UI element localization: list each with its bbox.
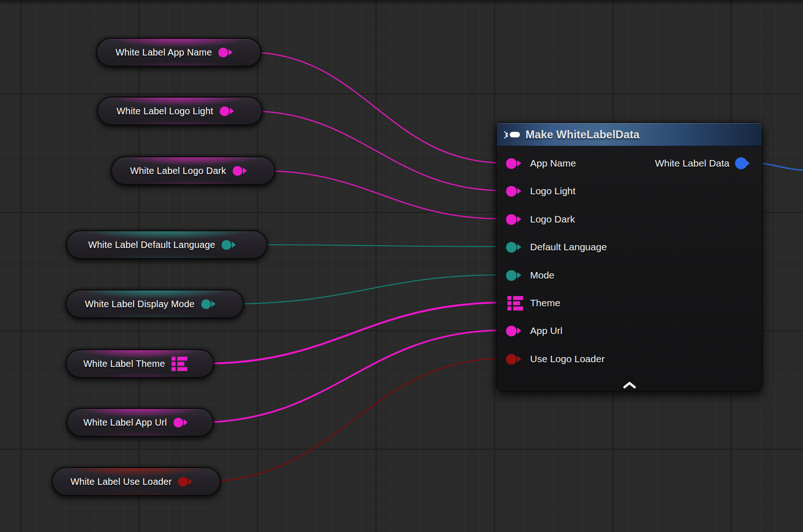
wire-logo-dark[interactable] [260, 171, 503, 219]
make-struct-icon: ↘↗ [503, 130, 520, 139]
getter-node-white-label-app-name[interactable]: White Label App Name [96, 38, 261, 67]
output-pin-enum[interactable] [201, 299, 216, 309]
output-pin-enum[interactable] [222, 240, 236, 250]
wire-logo-light[interactable] [249, 111, 503, 191]
pin-arrow [517, 188, 521, 194]
output-pin-text[interactable] [173, 418, 188, 427]
getter-node-white-label-default-language[interactable]: White Label Default Language [66, 230, 267, 259]
wire-app-url[interactable] [198, 330, 503, 422]
wire-default-language[interactable] [254, 245, 503, 247]
getter-node-white-label-logo-light[interactable]: White Label Logo Light [97, 97, 263, 125]
collapse-chevron-up-icon[interactable] [623, 382, 636, 389]
pin-circle [233, 166, 242, 176]
pin-label: App Url [530, 325, 562, 336]
pin-arrow [517, 160, 521, 167]
pin-arrow [229, 49, 233, 56]
getter-node-white-label-theme[interactable]: White Label Theme [66, 349, 214, 378]
pin-circle [218, 48, 228, 57]
pin-arrow [517, 356, 521, 362]
pin-circle [173, 418, 183, 427]
getter-label: White Label Display Mode [85, 299, 194, 309]
pin-arrow [243, 167, 247, 174]
getter-node-white-label-app-url[interactable]: White Label App Url [67, 408, 214, 437]
pin-arrow [211, 301, 216, 307]
pin-circle [201, 299, 211, 309]
pin-circle[interactable] [506, 186, 517, 197]
pin-label: App Name [530, 158, 576, 169]
wire-mode[interactable] [231, 275, 503, 304]
pin-label: Logo Dark [530, 214, 575, 225]
pin-arrow [230, 108, 234, 114]
pin-arrow [745, 160, 750, 167]
getter-label: White Label Logo Light [117, 106, 213, 117]
make-struct-node[interactable]: ↘↗ Make WhiteLabelData App Name Logo Lig… [496, 123, 762, 391]
getter-label: White Label App Url [83, 417, 167, 428]
pin-label: Use Logo Loader [530, 353, 605, 365]
pin-circle[interactable] [506, 242, 517, 253]
pin-circle[interactable] [506, 354, 517, 365]
getter-label: White Label Logo Dark [130, 166, 226, 176]
pin-label: Mode [530, 270, 555, 281]
pin-label: White Label Data [655, 158, 729, 169]
wire-app-name[interactable] [248, 52, 503, 163]
output-pin-struct[interactable] [172, 356, 187, 371]
pin-circle [222, 240, 231, 250]
output-pin-text[interactable] [218, 48, 233, 57]
getter-node-white-label-use-loader[interactable]: White Label Use Loader [52, 467, 221, 496]
blueprint-graph-canvas[interactable]: White Label App Name White Label Logo Li… [0, 0, 803, 532]
pin-label: Logo Light [530, 186, 575, 197]
pin-circle[interactable] [506, 270, 517, 281]
getter-label: White Label Theme [83, 359, 165, 369]
output-row-white-label-data[interactable]: White Label Data [655, 156, 750, 171]
getter-label: White Label App Name [116, 47, 212, 58]
output-pin-text[interactable] [233, 166, 247, 176]
getter-label: White Label Use Loader [71, 476, 172, 487]
pin-circle[interactable] [506, 158, 517, 169]
pin-arrow [517, 272, 521, 278]
wire-theme[interactable] [204, 303, 506, 364]
pin-arrow [517, 216, 521, 223]
struct-pin-icon [172, 356, 187, 371]
pin-arrow [232, 241, 236, 248]
pin-arrow [184, 419, 188, 426]
pin-circle[interactable] [506, 214, 517, 225]
pin-label: Theme [530, 297, 560, 309]
node-header[interactable]: ↘↗ Make WhiteLabelData [497, 123, 762, 146]
pin-arrow [188, 478, 192, 485]
pin-circle [220, 106, 229, 116]
getter-node-white-label-display-mode[interactable]: White Label Display Mode [66, 290, 244, 318]
wire-use-loader[interactable] [204, 359, 503, 482]
getter-label: White Label Default Language [88, 240, 216, 250]
pin-circle [178, 477, 188, 487]
node-title: Make WhiteLabelData [525, 128, 640, 141]
output-pin-bool[interactable] [178, 477, 192, 487]
pin-label: Default Language [530, 241, 607, 253]
getter-node-white-label-logo-dark[interactable]: White Label Logo Dark [111, 156, 275, 185]
struct-pin-icon[interactable] [507, 296, 523, 310]
pin-arrow [517, 244, 521, 250]
pin-circle[interactable] [506, 326, 517, 336]
output-pin-text[interactable] [220, 106, 234, 116]
top-shade [0, 0, 803, 6]
pin-arrow [517, 328, 521, 334]
